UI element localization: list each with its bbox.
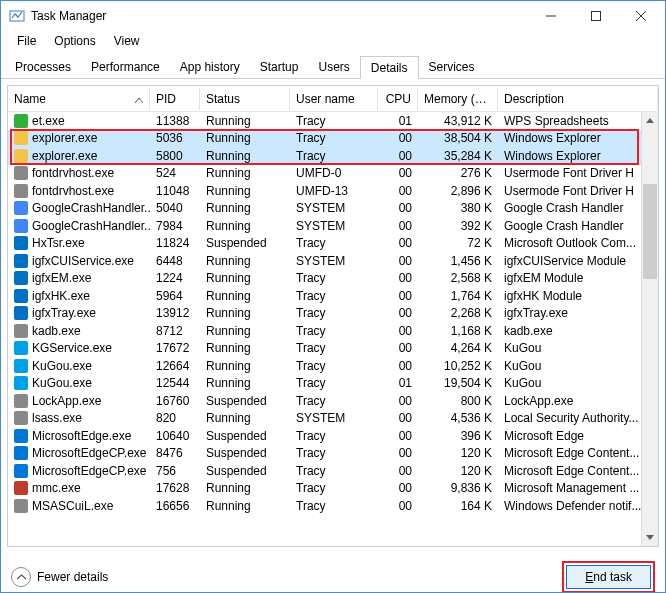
tab-details[interactable]: Details bbox=[360, 56, 419, 79]
table-row[interactable]: fontdrvhost.exe524RunningUMFD-000276 KUs… bbox=[8, 165, 658, 183]
tab-app-history[interactable]: App history bbox=[170, 56, 250, 79]
tab-services[interactable]: Services bbox=[419, 56, 485, 79]
table-row[interactable]: et.exe11388RunningTracy0143,912 KWPS Spr… bbox=[8, 112, 658, 130]
table-row[interactable]: igfxHK.exe5964RunningTracy001,764 KigfxH… bbox=[8, 287, 658, 305]
column-status[interactable]: Status bbox=[200, 88, 290, 110]
table-row[interactable]: HxTsr.exe11824SuspendedTracy0072 KMicros… bbox=[8, 235, 658, 253]
tab-startup[interactable]: Startup bbox=[250, 56, 309, 79]
cell-status: Suspended bbox=[200, 394, 290, 408]
cell-user: Tracy bbox=[290, 236, 378, 250]
table-row[interactable]: LockApp.exe16760SuspendedTracy00800 KLoc… bbox=[8, 392, 658, 410]
menu-view[interactable]: View bbox=[106, 32, 148, 50]
cell-name: igfxHK.exe bbox=[8, 289, 150, 303]
process-name: GoogleCrashHandler... bbox=[32, 201, 150, 215]
process-icon bbox=[14, 254, 28, 268]
cell-cpu: 01 bbox=[378, 114, 418, 128]
table-row[interactable]: igfxTray.exe13912RunningTracy002,268 Kig… bbox=[8, 305, 658, 323]
table-row[interactable]: MicrosoftEdgeCP.exe8476SuspendedTracy001… bbox=[8, 445, 658, 463]
process-name: mmc.exe bbox=[32, 481, 81, 495]
tab-users[interactable]: Users bbox=[308, 56, 359, 79]
table-row[interactable]: lsass.exe820RunningSYSTEM004,536 KLocal … bbox=[8, 410, 658, 428]
cell-cpu: 00 bbox=[378, 341, 418, 355]
cell-pid: 5800 bbox=[150, 149, 200, 163]
vertical-scrollbar[interactable] bbox=[641, 112, 658, 546]
process-icon bbox=[14, 446, 28, 460]
table-row[interactable]: KuGou.exe12544RunningTracy0119,504 KKuGo… bbox=[8, 375, 658, 393]
table-row[interactable]: GoogleCrashHandler...5040RunningSYSTEM00… bbox=[8, 200, 658, 218]
column-description[interactable]: Description bbox=[498, 88, 658, 110]
cell-memory: 1,168 K bbox=[418, 324, 498, 338]
menu-options[interactable]: Options bbox=[46, 32, 103, 50]
cell-cpu: 00 bbox=[378, 464, 418, 478]
process-name: fontdrvhost.exe bbox=[32, 184, 114, 198]
cell-pid: 5964 bbox=[150, 289, 200, 303]
tab-performance[interactable]: Performance bbox=[81, 56, 170, 79]
end-task-button[interactable]: End task bbox=[566, 565, 651, 589]
cell-memory: 72 K bbox=[418, 236, 498, 250]
cell-status: Running bbox=[200, 184, 290, 198]
column-pid[interactable]: PID bbox=[150, 88, 200, 110]
cell-user: Tracy bbox=[290, 464, 378, 478]
cell-user: Tracy bbox=[290, 341, 378, 355]
cell-cpu: 00 bbox=[378, 306, 418, 320]
process-icon bbox=[14, 219, 28, 233]
cell-name: MicrosoftEdgeCP.exe bbox=[8, 464, 150, 478]
cell-name: igfxTray.exe bbox=[8, 306, 150, 320]
process-icon bbox=[14, 411, 28, 425]
column-name[interactable]: Name bbox=[8, 88, 150, 110]
column-cpu[interactable]: CPU bbox=[378, 88, 418, 110]
cell-description: igfxHK Module bbox=[498, 289, 658, 303]
table-row[interactable]: GoogleCrashHandler...7984RunningSYSTEM00… bbox=[8, 217, 658, 235]
process-icon bbox=[14, 289, 28, 303]
table-row[interactable]: igfxEM.exe1224RunningTracy002,568 KigfxE… bbox=[8, 270, 658, 288]
table-row[interactable]: kadb.exe8712RunningTracy001,168 Kkadb.ex… bbox=[8, 322, 658, 340]
cell-memory: 10,252 K bbox=[418, 359, 498, 373]
column-user[interactable]: User name bbox=[290, 88, 378, 110]
table-row[interactable]: KGService.exe17672RunningTracy004,264 KK… bbox=[8, 340, 658, 358]
end-task-highlight-box: End task bbox=[562, 561, 655, 593]
scrollbar-thumb[interactable] bbox=[643, 184, 657, 279]
fewer-details-button[interactable]: Fewer details bbox=[11, 567, 108, 587]
table-row[interactable]: mmc.exe17628RunningTracy009,836 KMicroso… bbox=[8, 480, 658, 498]
table-row[interactable]: MicrosoftEdgeCP.exe756SuspendedTracy0012… bbox=[8, 462, 658, 480]
cell-description: Microsoft Management ... bbox=[498, 481, 658, 495]
scroll-down-arrow-icon[interactable] bbox=[642, 529, 658, 546]
cell-memory: 2,896 K bbox=[418, 184, 498, 198]
scrollbar-track[interactable] bbox=[642, 129, 658, 529]
cell-status: Suspended bbox=[200, 429, 290, 443]
cell-memory: 1,456 K bbox=[418, 254, 498, 268]
cell-pid: 16760 bbox=[150, 394, 200, 408]
cell-user: SYSTEM bbox=[290, 201, 378, 215]
close-button[interactable] bbox=[618, 2, 663, 30]
maximize-button[interactable] bbox=[573, 2, 618, 30]
cell-description: KuGou bbox=[498, 341, 658, 355]
process-name: igfxTray.exe bbox=[32, 306, 96, 320]
table-row[interactable]: fontdrvhost.exe11048RunningUMFD-13002,89… bbox=[8, 182, 658, 200]
process-icon bbox=[14, 481, 28, 495]
table-row[interactable]: KuGou.exe12664RunningTracy0010,252 KKuGo… bbox=[8, 357, 658, 375]
cell-memory: 380 K bbox=[418, 201, 498, 215]
cell-memory: 1,764 K bbox=[418, 289, 498, 303]
svg-rect-2 bbox=[591, 12, 600, 21]
cell-user: Tracy bbox=[290, 271, 378, 285]
cell-name: et.exe bbox=[8, 114, 150, 128]
cell-memory: 800 K bbox=[418, 394, 498, 408]
menu-file[interactable]: File bbox=[9, 32, 44, 50]
process-icon bbox=[14, 149, 28, 163]
table-row[interactable]: igfxCUIService.exe6448RunningSYSTEM001,4… bbox=[8, 252, 658, 270]
cell-pid: 13912 bbox=[150, 306, 200, 320]
minimize-button[interactable] bbox=[528, 2, 573, 30]
tab-processes[interactable]: Processes bbox=[5, 56, 81, 79]
scroll-up-arrow-icon[interactable] bbox=[642, 112, 658, 129]
table-row[interactable]: MicrosoftEdge.exe10640SuspendedTracy0039… bbox=[8, 427, 658, 445]
cell-cpu: 00 bbox=[378, 219, 418, 233]
process-icon bbox=[14, 271, 28, 285]
cell-name: lsass.exe bbox=[8, 411, 150, 425]
cell-status: Running bbox=[200, 166, 290, 180]
cell-user: Tracy bbox=[290, 394, 378, 408]
table-row[interactable]: explorer.exe5036RunningTracy0038,504 KWi… bbox=[8, 130, 658, 148]
cell-cpu: 00 bbox=[378, 149, 418, 163]
column-memory[interactable]: Memory (p... bbox=[418, 88, 498, 110]
table-row[interactable]: explorer.exe5800RunningTracy0035,284 KWi… bbox=[8, 147, 658, 165]
table-row[interactable]: MSASCuiL.exe16656RunningTracy00164 KWind… bbox=[8, 497, 658, 515]
